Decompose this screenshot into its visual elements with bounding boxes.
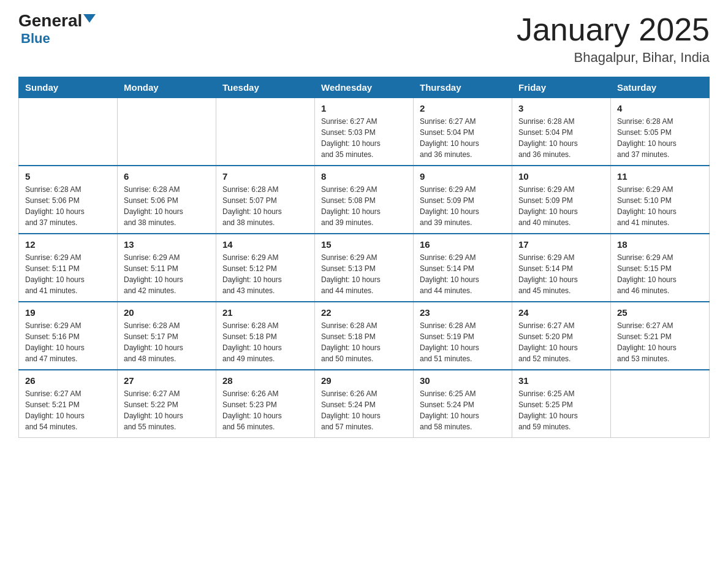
calendar-cell: 2Sunrise: 6:27 AMSunset: 5:04 PMDaylight… — [414, 98, 512, 166]
day-info: Sunrise: 6:29 AMSunset: 5:14 PMDaylight:… — [518, 252, 604, 296]
day-info: Sunrise: 6:28 AMSunset: 5:05 PMDaylight:… — [617, 116, 703, 160]
day-number: 9 — [420, 171, 506, 182]
day-info: Sunrise: 6:27 AMSunset: 5:04 PMDaylight:… — [420, 116, 506, 160]
calendar-cell: 16Sunrise: 6:29 AMSunset: 5:14 PMDayligh… — [414, 234, 512, 302]
day-info: Sunrise: 6:28 AMSunset: 5:07 PMDaylight:… — [222, 184, 308, 228]
calendar-cell: 9Sunrise: 6:29 AMSunset: 5:09 PMDaylight… — [414, 166, 512, 234]
day-number: 12 — [25, 239, 111, 250]
calendar-cell: 18Sunrise: 6:29 AMSunset: 5:15 PMDayligh… — [611, 234, 710, 302]
day-info: Sunrise: 6:29 AMSunset: 5:14 PMDaylight:… — [420, 252, 506, 296]
calendar-cell: 1Sunrise: 6:27 AMSunset: 5:03 PMDaylight… — [315, 98, 414, 166]
day-info: Sunrise: 6:26 AMSunset: 5:23 PMDaylight:… — [222, 388, 308, 432]
day-number: 2 — [420, 103, 506, 113]
day-number: 29 — [321, 375, 407, 386]
day-number: 7 — [222, 171, 308, 182]
calendar-header-row: SundayMondayTuesdayWednesdayThursdayFrid… — [19, 77, 710, 98]
week-row-3: 19Sunrise: 6:29 AMSunset: 5:16 PMDayligh… — [19, 302, 710, 370]
calendar-cell: 27Sunrise: 6:27 AMSunset: 5:22 PMDayligh… — [118, 370, 216, 438]
page-header: General Blue January 2025 Bhagalpur, Bih… — [18, 12, 710, 66]
week-row-2: 12Sunrise: 6:29 AMSunset: 5:11 PMDayligh… — [19, 234, 710, 302]
day-number: 21 — [222, 307, 308, 318]
calendar-cell: 15Sunrise: 6:29 AMSunset: 5:13 PMDayligh… — [315, 234, 414, 302]
day-number: 18 — [617, 239, 703, 250]
day-info: Sunrise: 6:27 AMSunset: 5:20 PMDaylight:… — [518, 320, 604, 364]
calendar-cell: 17Sunrise: 6:29 AMSunset: 5:14 PMDayligh… — [512, 234, 611, 302]
calendar-cell: 20Sunrise: 6:28 AMSunset: 5:17 PMDayligh… — [118, 302, 216, 370]
day-number: 15 — [321, 239, 407, 250]
calendar-cell: 26Sunrise: 6:27 AMSunset: 5:21 PMDayligh… — [19, 370, 118, 438]
calendar-subtitle: Bhagalpur, Bihar, India — [517, 50, 710, 66]
calendar-cell: 14Sunrise: 6:29 AMSunset: 5:12 PMDayligh… — [216, 234, 315, 302]
header-tuesday: Tuesday — [216, 77, 315, 98]
week-row-4: 26Sunrise: 6:27 AMSunset: 5:21 PMDayligh… — [19, 370, 710, 438]
day-info: Sunrise: 6:29 AMSunset: 5:12 PMDaylight:… — [222, 252, 308, 296]
week-row-1: 5Sunrise: 6:28 AMSunset: 5:06 PMDaylight… — [19, 166, 710, 234]
header-wednesday: Wednesday — [315, 77, 414, 98]
day-number: 24 — [518, 307, 604, 318]
calendar-cell: 11Sunrise: 6:29 AMSunset: 5:10 PMDayligh… — [611, 166, 710, 234]
day-number: 23 — [420, 307, 506, 318]
calendar-cell: 29Sunrise: 6:26 AMSunset: 5:24 PMDayligh… — [315, 370, 414, 438]
day-number: 27 — [124, 375, 210, 386]
day-info: Sunrise: 6:29 AMSunset: 5:10 PMDaylight:… — [617, 184, 703, 228]
header-friday: Friday — [512, 77, 611, 98]
calendar-cell — [611, 370, 710, 438]
calendar-cell — [216, 98, 315, 166]
calendar-cell: 10Sunrise: 6:29 AMSunset: 5:09 PMDayligh… — [512, 166, 611, 234]
day-number: 28 — [222, 375, 308, 386]
calendar-cell: 7Sunrise: 6:28 AMSunset: 5:07 PMDaylight… — [216, 166, 315, 234]
day-info: Sunrise: 6:27 AMSunset: 5:03 PMDaylight:… — [321, 116, 407, 160]
day-info: Sunrise: 6:28 AMSunset: 5:17 PMDaylight:… — [124, 320, 210, 364]
day-info: Sunrise: 6:29 AMSunset: 5:15 PMDaylight:… — [617, 252, 703, 296]
week-row-0: 1Sunrise: 6:27 AMSunset: 5:03 PMDaylight… — [19, 98, 710, 166]
logo-blue: Blue — [21, 31, 50, 47]
day-info: Sunrise: 6:29 AMSunset: 5:13 PMDaylight:… — [321, 252, 407, 296]
calendar-cell: 4Sunrise: 6:28 AMSunset: 5:05 PMDaylight… — [611, 98, 710, 166]
calendar-cell: 8Sunrise: 6:29 AMSunset: 5:08 PMDaylight… — [315, 166, 414, 234]
calendar-cell: 25Sunrise: 6:27 AMSunset: 5:21 PMDayligh… — [611, 302, 710, 370]
title-block: January 2025 Bhagalpur, Bihar, India — [517, 12, 710, 66]
calendar-cell: 24Sunrise: 6:27 AMSunset: 5:20 PMDayligh… — [512, 302, 611, 370]
day-info: Sunrise: 6:28 AMSunset: 5:04 PMDaylight:… — [518, 116, 604, 160]
day-info: Sunrise: 6:25 AMSunset: 5:24 PMDaylight:… — [420, 388, 506, 432]
day-info: Sunrise: 6:29 AMSunset: 5:09 PMDaylight:… — [518, 184, 604, 228]
day-number: 6 — [124, 171, 210, 182]
day-number: 3 — [518, 103, 604, 113]
header-thursday: Thursday — [414, 77, 512, 98]
logo-general: General — [18, 12, 82, 29]
day-info: Sunrise: 6:28 AMSunset: 5:19 PMDaylight:… — [420, 320, 506, 364]
day-info: Sunrise: 6:27 AMSunset: 5:22 PMDaylight:… — [124, 388, 210, 432]
day-number: 26 — [25, 375, 111, 386]
calendar-cell: 22Sunrise: 6:28 AMSunset: 5:18 PMDayligh… — [315, 302, 414, 370]
day-number: 31 — [518, 375, 604, 386]
day-info: Sunrise: 6:29 AMSunset: 5:09 PMDaylight:… — [420, 184, 506, 228]
day-info: Sunrise: 6:27 AMSunset: 5:21 PMDaylight:… — [617, 320, 703, 364]
calendar-cell: 6Sunrise: 6:28 AMSunset: 5:06 PMDaylight… — [118, 166, 216, 234]
day-number: 16 — [420, 239, 506, 250]
day-number: 25 — [617, 307, 703, 318]
calendar-cell: 23Sunrise: 6:28 AMSunset: 5:19 PMDayligh… — [414, 302, 512, 370]
day-number: 17 — [518, 239, 604, 250]
calendar-cell: 31Sunrise: 6:25 AMSunset: 5:25 PMDayligh… — [512, 370, 611, 438]
day-info: Sunrise: 6:28 AMSunset: 5:18 PMDaylight:… — [321, 320, 407, 364]
day-info: Sunrise: 6:29 AMSunset: 5:08 PMDaylight:… — [321, 184, 407, 228]
day-number: 1 — [321, 103, 407, 113]
day-info: Sunrise: 6:28 AMSunset: 5:06 PMDaylight:… — [25, 184, 111, 228]
calendar-cell — [19, 98, 118, 166]
day-info: Sunrise: 6:29 AMSunset: 5:11 PMDaylight:… — [124, 252, 210, 296]
day-number: 8 — [321, 171, 407, 182]
calendar-cell: 21Sunrise: 6:28 AMSunset: 5:18 PMDayligh… — [216, 302, 315, 370]
calendar-title: January 2025 — [517, 12, 710, 47]
header-sunday: Sunday — [19, 77, 118, 98]
calendar-cell: 19Sunrise: 6:29 AMSunset: 5:16 PMDayligh… — [19, 302, 118, 370]
day-number: 22 — [321, 307, 407, 318]
day-number: 19 — [25, 307, 111, 318]
logo-triangle-icon — [83, 14, 96, 23]
day-number: 11 — [617, 171, 703, 182]
logo: General Blue — [18, 12, 96, 47]
calendar-cell: 28Sunrise: 6:26 AMSunset: 5:23 PMDayligh… — [216, 370, 315, 438]
calendar-cell: 12Sunrise: 6:29 AMSunset: 5:11 PMDayligh… — [19, 234, 118, 302]
day-number: 10 — [518, 171, 604, 182]
day-number: 4 — [617, 103, 703, 113]
day-number: 20 — [124, 307, 210, 318]
